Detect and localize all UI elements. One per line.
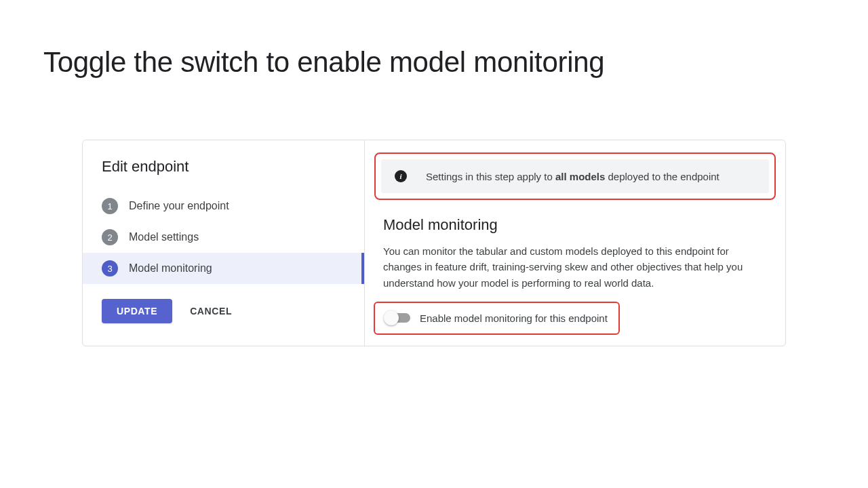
stepper-sidebar: Edit endpoint 1 Define your endpoint 2 M… xyxy=(83,140,365,346)
step-label: Model settings xyxy=(129,231,199,243)
step-number-badge: 2 xyxy=(102,229,118,245)
section-description: You can monitor the tabular and custom m… xyxy=(383,243,749,291)
update-button[interactable]: UPDATE xyxy=(102,299,172,323)
step-model-monitoring[interactable]: 3 Model monitoring xyxy=(83,253,364,284)
step-label: Model monitoring xyxy=(129,262,212,274)
info-icon: i xyxy=(395,170,407,182)
step-label: Define your endpoint xyxy=(129,200,229,212)
action-buttons: UPDATE CANCEL xyxy=(102,299,364,323)
info-banner-text: Settings in this step apply to all model… xyxy=(426,171,719,182)
step-number-badge: 3 xyxy=(102,260,118,277)
step-number-badge: 1 xyxy=(102,198,118,214)
toggle-label: Enable model monitoring for this endpoin… xyxy=(420,312,608,324)
enable-monitoring-switch[interactable] xyxy=(386,313,410,323)
cancel-button[interactable]: CANCEL xyxy=(190,306,232,317)
info-banner-highlight: i Settings in this step apply to all mod… xyxy=(374,152,776,200)
info-banner: i Settings in this step apply to all mod… xyxy=(381,159,769,193)
edit-endpoint-dialog: Edit endpoint 1 Define your endpoint 2 M… xyxy=(82,140,786,346)
switch-thumb xyxy=(384,310,399,325)
monitoring-toggle-highlight: Enable model monitoring for this endpoin… xyxy=(374,302,620,335)
section-title: Model monitoring xyxy=(383,216,776,234)
sidebar-title: Edit endpoint xyxy=(102,158,364,176)
content-panel: i Settings in this step apply to all mod… xyxy=(365,140,785,346)
slide-title: Toggle the switch to enable model monito… xyxy=(0,0,868,79)
step-define-endpoint[interactable]: 1 Define your endpoint xyxy=(102,190,364,222)
step-model-settings[interactable]: 2 Model settings xyxy=(102,222,364,253)
